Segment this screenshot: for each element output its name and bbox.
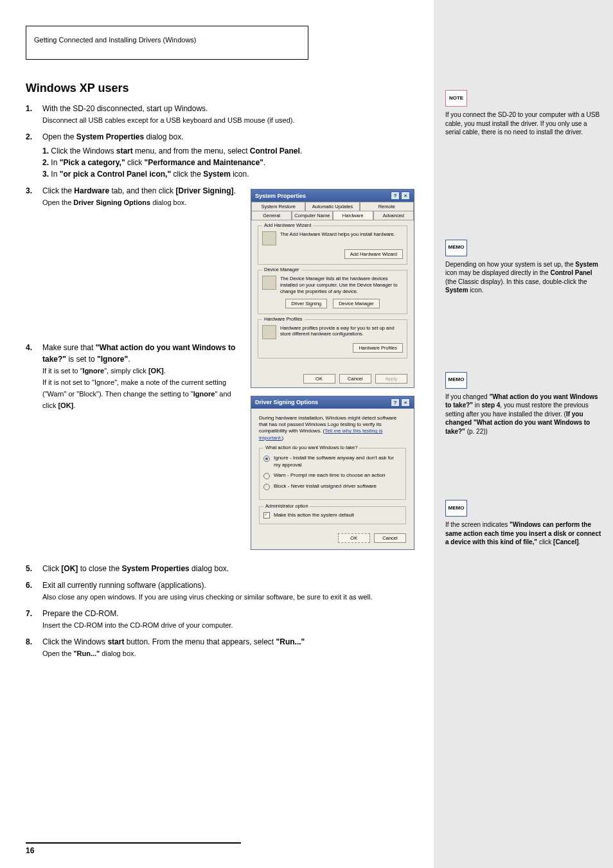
sidebar: NOTE If you connect the SD-20 to your co… xyxy=(434,0,613,868)
group-text: The Device Manager lists all the hardwar… xyxy=(280,276,403,294)
help-icon[interactable]: ? xyxy=(391,191,400,200)
memo-text: Depending on how your system is set up, … xyxy=(445,260,601,295)
device-manager-icon xyxy=(262,276,276,290)
driver-signing-button[interactable]: Driver Signing xyxy=(285,299,327,308)
hardware-profiles-button[interactable]: Hardware Profiles xyxy=(353,343,403,353)
cancel-button[interactable]: Cancel xyxy=(374,533,406,543)
step-1: 1. With the SD-20 disconnected, start up… xyxy=(26,103,421,126)
tab-advanced[interactable]: Advanced xyxy=(373,211,414,220)
ok-button[interactable]: OK xyxy=(303,374,335,384)
section-heading: Windows XP users xyxy=(26,82,421,95)
group-title: Add Hardware Wizard xyxy=(262,222,313,228)
help-icon[interactable]: ? xyxy=(391,398,400,407)
window-title: System Properties xyxy=(255,193,306,199)
step-text: Open the System Properties dialog box. 1… xyxy=(42,131,421,180)
system-properties-window: System Properties ? × System Restore Aut… xyxy=(251,189,414,387)
step-number: 1. xyxy=(26,103,42,126)
ok-button[interactable]: OK xyxy=(338,533,370,543)
step-2: 2. Open the System Properties dialog box… xyxy=(26,131,421,180)
add-hardware-wizard-group: Add Hardware Wizard The Add Hardware Wiz… xyxy=(258,226,407,265)
note-block: NOTE If you connect the SD-20 to your co… xyxy=(445,90,601,137)
step-text: Exit all currently running software (app… xyxy=(42,580,421,603)
radio-icon[interactable] xyxy=(263,456,270,462)
group-title: Device Manager xyxy=(262,267,301,272)
tab-system-restore[interactable]: System Restore xyxy=(251,202,305,211)
titlebar: System Properties ? × xyxy=(251,190,414,202)
make-default-checkbox[interactable]: Make this action the system default xyxy=(263,512,402,518)
group-title: Administrator option xyxy=(263,503,310,509)
radio-label: Ignore - Install the software anyway and… xyxy=(274,455,402,468)
cancel-button[interactable]: Cancel xyxy=(339,374,371,384)
radio-block[interactable]: Block - Never install unsigned driver so… xyxy=(263,483,402,490)
page-title-box: Getting Connected and Installing Drivers… xyxy=(26,26,308,60)
close-icon[interactable]: × xyxy=(401,398,410,407)
tab-automatic-updates[interactable]: Automatic Updates xyxy=(305,202,359,211)
intro-text: During hardware installation, Windows mi… xyxy=(259,415,406,442)
note-text: If you connect the SD-20 to your compute… xyxy=(445,111,601,137)
wizard-icon xyxy=(262,231,276,245)
hardware-profiles-group: Hardware Profiles Hardware profiles prov… xyxy=(258,319,407,359)
device-manager-button[interactable]: Device Manager xyxy=(333,299,380,308)
action-group: What action do you want Windows to take?… xyxy=(259,448,406,500)
step-number: 7. xyxy=(26,608,42,631)
tab-computer-name[interactable]: Computer Name xyxy=(292,211,332,220)
memo-block-2: MEMO If you changed "What action do you … xyxy=(445,372,601,436)
radio-warn[interactable]: Warn - Prompt me each time to choose an … xyxy=(263,472,402,479)
hardware-profiles-icon xyxy=(262,325,276,339)
driver-signing-options-window: Driver Signing Options ? × During hardwa… xyxy=(251,396,414,550)
step-text: Click the Windows start button. From the… xyxy=(42,636,421,659)
memo-icon: MEMO xyxy=(445,240,467,256)
close-icon[interactable]: × xyxy=(401,191,410,200)
administrator-option-group: Administrator option Make this action th… xyxy=(259,506,406,524)
page-number: 16 xyxy=(26,842,241,855)
group-text: The Add Hardware Wizard helps you instal… xyxy=(280,231,395,238)
step-number: 5. xyxy=(26,563,42,574)
step-3: 3. Click the Hardware tab, and then clic… xyxy=(26,185,242,208)
memo-text: If the screen indicates "Windows can per… xyxy=(445,520,601,547)
step-number: 6. xyxy=(26,580,42,603)
group-text: Hardware profiles provide a way for you … xyxy=(280,325,403,338)
step-number: 4. xyxy=(26,342,42,411)
group-title: Hardware Profiles xyxy=(262,316,305,322)
checkbox-icon[interactable] xyxy=(263,512,270,518)
step-text: Click the Hardware tab, and then click [… xyxy=(42,185,242,208)
step-7: 7. Prepare the CD-ROM. Insert the CD-ROM… xyxy=(26,608,421,631)
tab-remote[interactable]: Remote xyxy=(360,202,414,211)
tab-general[interactable]: General xyxy=(251,211,292,220)
step-number: 8. xyxy=(26,636,42,659)
step-number: 2. xyxy=(26,131,42,180)
window-title: Driver Signing Options xyxy=(255,399,318,405)
radio-icon[interactable] xyxy=(263,473,270,479)
radio-label: Warn - Prompt me each time to choose an … xyxy=(274,472,386,479)
device-manager-group: Device Manager The Device Manager lists … xyxy=(258,270,407,314)
step-text: Click [OK] to close the System Propertie… xyxy=(42,563,421,574)
radio-label: Block - Never install unsigned driver so… xyxy=(274,483,377,490)
checkbox-label: Make this action the system default xyxy=(274,512,354,518)
step-text: With the SD-20 disconnected, start up Wi… xyxy=(42,103,421,126)
add-hardware-wizard-button[interactable]: Add Hardware Wizard xyxy=(344,249,403,259)
step-text: Make sure that "What action do you want … xyxy=(42,342,242,411)
memo-text: If you changed "What action do you want … xyxy=(445,393,601,436)
step-4: 4. Make sure that "What action do you wa… xyxy=(26,342,242,411)
step-text: Prepare the CD-ROM. Insert the CD-ROM in… xyxy=(42,608,421,631)
note-icon: NOTE xyxy=(445,90,467,107)
tab-hardware[interactable]: Hardware xyxy=(333,211,373,220)
memo-icon: MEMO xyxy=(445,372,467,389)
titlebar: Driver Signing Options ? × xyxy=(251,396,414,409)
group-title: What action do you want Windows to take? xyxy=(263,445,359,450)
apply-button[interactable]: Apply xyxy=(375,374,407,384)
memo-icon: MEMO xyxy=(445,500,467,517)
memo-block-3: MEMO If the screen indicates "Windows ca… xyxy=(445,500,601,547)
radio-ignore[interactable]: Ignore - Install the software anyway and… xyxy=(263,455,402,468)
step-5: 5. Click [OK] to close the System Proper… xyxy=(26,563,421,574)
memo-block-1: MEMO Depending on how your system is set… xyxy=(445,240,601,295)
radio-icon[interactable] xyxy=(263,484,270,490)
step-8: 8. Click the Windows start button. From … xyxy=(26,636,421,659)
step-6: 6. Exit all currently running software (… xyxy=(26,580,421,603)
step-number: 3. xyxy=(26,185,42,208)
